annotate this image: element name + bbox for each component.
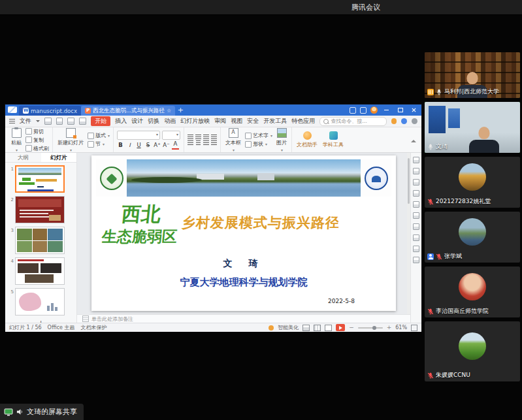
ribbon-tab-animation[interactable]: 动画: [164, 117, 176, 125]
strikethrough-button[interactable]: S: [144, 142, 152, 149]
print-icon[interactable]: [56, 118, 63, 125]
cloud-pane-icon[interactable]: [413, 246, 419, 252]
normal-view-icon[interactable]: [302, 325, 310, 331]
canvas-scrollbar[interactable]: [407, 153, 410, 314]
save-icon[interactable]: [44, 118, 52, 125]
subject-tools-button[interactable]: 学科工具: [321, 131, 345, 148]
reading-view-icon[interactable]: [325, 325, 332, 331]
participant-tile[interactable]: 朱媛媛CCNU: [425, 321, 520, 381]
font-size-select[interactable]: [162, 131, 180, 140]
slide-thumbnail-5[interactable]: 5: [7, 288, 75, 315]
font-name-select[interactable]: [117, 131, 160, 140]
comment-pane-icon[interactable]: [413, 223, 419, 230]
minimize-button[interactable]: [382, 106, 391, 114]
participant-tile-active-speaker[interactable]: 文琦: [425, 102, 520, 153]
outline-tab[interactable]: 大纲: [5, 153, 41, 162]
tab-presentation-active[interactable]: 西北生态脆弱...式与振兴路径 ☆: [81, 106, 175, 116]
textbox-button[interactable]: 文本框: [224, 128, 242, 152]
slide-thumbnail-1[interactable]: 1: [7, 165, 75, 193]
wps-logo-icon[interactable]: [8, 106, 17, 113]
message-icon[interactable]: [360, 107, 367, 114]
beautify-icon[interactable]: [269, 325, 274, 331]
favorite-star-icon[interactable]: ☆: [167, 106, 171, 116]
ribbon-tab-view[interactable]: 视图: [231, 117, 242, 125]
bold-button[interactable]: B: [117, 142, 124, 149]
align-left-icon[interactable]: [188, 140, 193, 145]
bullets-icon[interactable]: [188, 135, 193, 139]
ribbon-tab-design[interactable]: 设计: [131, 117, 143, 125]
indent-increase-icon[interactable]: [211, 135, 217, 139]
zoom-slider[interactable]: [358, 327, 383, 329]
slide-thumbnail-4[interactable]: 4: [7, 257, 75, 285]
add-slide-button[interactable]: +: [7, 319, 75, 323]
properties-pane-icon[interactable]: [413, 157, 419, 163]
slide-sorter-view-icon[interactable]: [314, 325, 321, 331]
copy-button[interactable]: 复制: [25, 137, 49, 144]
ribbon-tab-special[interactable]: 特色应用: [291, 117, 315, 125]
participant-tile[interactable]: 李治国商丘师范学院: [425, 267, 520, 317]
member-icon[interactable]: [391, 118, 397, 124]
indent-decrease-icon[interactable]: [203, 135, 209, 139]
layout-button[interactable]: 版式: [88, 132, 110, 139]
wordart-button[interactable]: 艺术字: [245, 132, 272, 139]
command-search-input[interactable]: 查找命令、搜...: [319, 117, 386, 126]
italic-button[interactable]: I: [126, 142, 133, 149]
decrease-font-button[interactable]: A⁻: [163, 142, 170, 149]
shapes-button[interactable]: 形状: [245, 140, 272, 148]
paste-button[interactable]: 粘贴: [10, 128, 23, 152]
participant-tile[interactable]: 张学斌: [425, 212, 520, 263]
beautify-label[interactable]: 智能美化: [278, 324, 299, 331]
cut-button[interactable]: 剪切: [25, 128, 49, 135]
file-menu-caret-icon[interactable]: [36, 120, 40, 124]
picture-button[interactable]: 图片: [275, 128, 288, 152]
ribbon-tab-devtools[interactable]: 开发工具: [263, 117, 287, 125]
file-menu[interactable]: 文件: [20, 117, 31, 125]
undo-icon[interactable]: [67, 118, 74, 125]
account-avatar[interactable]: [370, 106, 378, 114]
screen-share-indicator[interactable]: 文琦的屏幕共享: [0, 404, 84, 420]
line-spacing-icon[interactable]: [211, 140, 217, 145]
numbering-icon[interactable]: [195, 135, 201, 139]
zoom-in-button[interactable]: +: [387, 325, 392, 331]
format-painter-button[interactable]: 格式刷: [25, 145, 49, 152]
tab-manuscript-docx[interactable]: manuscript.docx: [19, 106, 81, 116]
fit-window-icon[interactable]: [411, 325, 417, 331]
protection-status[interactable]: 文档未保护: [81, 324, 107, 331]
participant-tile[interactable]: 马利邦|西北师范大学: [425, 52, 520, 98]
ribbon-tab-security[interactable]: 安全: [247, 117, 259, 125]
app-menu-icon[interactable]: [9, 119, 15, 123]
redo-icon[interactable]: [79, 118, 86, 125]
increase-font-button[interactable]: A⁺: [154, 142, 161, 149]
collapse-ribbon-icon[interactable]: [411, 137, 416, 142]
ribbon-tab-transition[interactable]: 切换: [148, 117, 159, 125]
more-pane-icon[interactable]: [413, 257, 419, 263]
animation-pane-icon[interactable]: [413, 168, 419, 174]
notes-bar[interactable]: 单击此处添加备注: [77, 314, 410, 323]
participant-tile[interactable]: 2021272832姚礼堂: [425, 157, 520, 208]
sync-icon[interactable]: [350, 107, 356, 114]
cloud-icon[interactable]: [401, 118, 407, 124]
underline-button[interactable]: U: [135, 142, 142, 149]
help-pane-icon[interactable]: [413, 234, 419, 241]
new-slide-button[interactable]: 新建幻灯片: [56, 128, 85, 152]
slides-tab[interactable]: 幻灯片: [41, 153, 77, 162]
close-button[interactable]: [409, 106, 419, 114]
selection-pane-icon[interactable]: [413, 190, 419, 197]
settings-icon[interactable]: [412, 118, 417, 124]
align-center-icon[interactable]: [196, 140, 201, 145]
ribbon-tab-slideshow[interactable]: 幻灯片放映: [180, 117, 210, 125]
font-color-button[interactable]: A: [172, 141, 179, 150]
zoom-out-button[interactable]: −: [349, 325, 354, 331]
ribbon-tab-home[interactable]: 开始: [91, 116, 110, 126]
chart-pane-icon[interactable]: [413, 212, 419, 219]
doc-assistant-button[interactable]: 文档助手: [295, 131, 319, 148]
ribbon-tab-review[interactable]: 审阅: [214, 117, 226, 125]
section-button[interactable]: 节: [88, 140, 110, 148]
design-pane-icon[interactable]: [413, 179, 419, 186]
play-slideshow-button[interactable]: [336, 324, 345, 331]
new-tab-button[interactable]: +: [175, 105, 186, 116]
restore-button[interactable]: [395, 106, 405, 114]
slide-thumbnail-2[interactable]: 2: [7, 196, 75, 223]
ribbon-tab-insert[interactable]: 插入: [115, 117, 127, 125]
align-right-icon[interactable]: [203, 140, 209, 145]
